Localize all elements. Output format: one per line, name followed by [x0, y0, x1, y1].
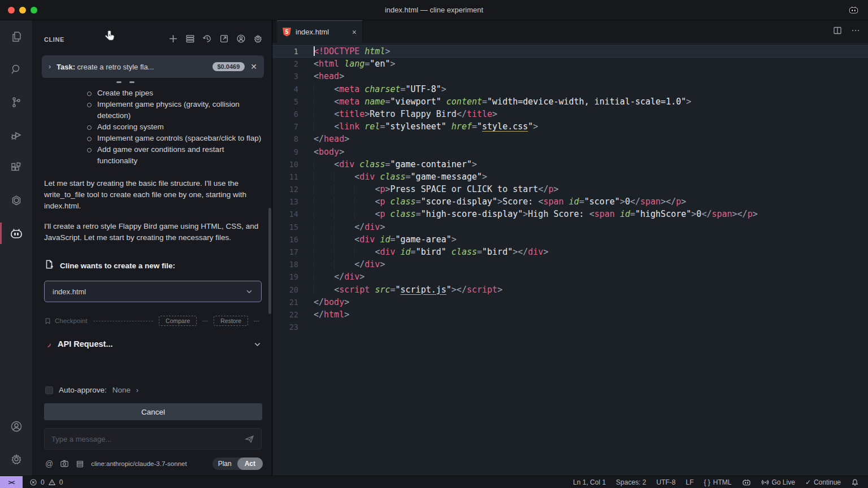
message-paragraph: I'll create a retro style Flappy Bird ga… — [44, 221, 262, 243]
split-editor-icon[interactable] — [833, 26, 842, 37]
code-line[interactable]: 15 </div> — [272, 221, 868, 233]
mention-at-icon[interactable]: @ — [45, 459, 53, 468]
broadcast-icon — [761, 478, 769, 486]
todo-item: Implement game physics (gravity, collisi… — [87, 99, 262, 121]
code-line[interactable]: 8</head> — [272, 133, 868, 145]
new-file-icon — [44, 259, 54, 272]
close-tab-icon[interactable]: × — [352, 28, 357, 37]
code-line[interactable]: 19 </div> — [272, 271, 868, 283]
explorer-icon[interactable] — [0, 20, 33, 53]
history-icon[interactable] — [202, 34, 212, 46]
copilot-status-icon[interactable] — [742, 478, 751, 487]
api-provider-icon[interactable] — [76, 460, 84, 468]
more-actions-icon[interactable] — [851, 26, 860, 37]
eol-status[interactable]: LF — [685, 478, 693, 486]
auto-approve-label: Auto-approve: — [59, 386, 107, 394]
open-in-editor-icon[interactable] — [219, 34, 229, 46]
go-live-status[interactable]: Go Live — [761, 478, 795, 486]
code-line[interactable]: 1<!DOCTYPE html> — [272, 45, 868, 58]
code-line[interactable]: 18 </div> — [272, 258, 868, 271]
api-request-row[interactable]: API Request... — [44, 339, 262, 348]
file-path-dropdown[interactable]: index.html — [44, 281, 262, 302]
todo-item: Add scoring system — [87, 121, 262, 133]
code-line[interactable]: 11 <div class="game-message"> — [272, 171, 868, 183]
search-icon[interactable] — [0, 53, 33, 86]
language-mode-status[interactable]: { }HTML — [704, 478, 732, 486]
encoding-status[interactable]: UTF-8 — [656, 478, 675, 486]
sidebar-footer: @ cline:anthropic/claude-3.7-sonnet Plan… — [45, 457, 263, 470]
message-input[interactable]: Type a message... — [44, 428, 262, 450]
code-line[interactable]: 13 <p class="score-display">Score: <span… — [272, 195, 868, 208]
code-line[interactable]: 10 <div class="game-container"> — [272, 158, 868, 171]
text-cursor — [314, 46, 315, 56]
auto-approve-row[interactable]: Auto-approve: None › — [45, 386, 262, 394]
restore-button[interactable]: Restore — [214, 316, 248, 326]
send-icon[interactable] — [245, 434, 254, 444]
chevron-right-icon: › — [136, 386, 138, 394]
code-line[interactable]: 2<html lang="en"> — [272, 58, 868, 70]
task-label: Task: — [57, 63, 75, 71]
code-line[interactable]: 22</html> — [272, 308, 868, 321]
remote-indicator[interactable]: >< — [0, 476, 23, 488]
chevron-right-icon[interactable]: › — [49, 63, 51, 71]
accounts-icon[interactable] — [0, 410, 33, 443]
tab-index-html[interactable]: 5 index.html × — [277, 20, 363, 43]
close-task-icon[interactable]: ✕ — [250, 62, 257, 71]
act-mode-button[interactable]: Act — [237, 457, 263, 470]
cancel-button[interactable]: Cancel — [44, 403, 262, 420]
check-icon: ✓ — [805, 478, 811, 486]
indentation-status[interactable]: Spaces: 2 — [616, 478, 646, 486]
mcp-servers-icon[interactable] — [185, 34, 195, 46]
mcp-hexagon-icon[interactable] — [0, 184, 33, 217]
error-count: 0 — [41, 478, 45, 486]
compare-button[interactable]: Compare — [159, 316, 197, 326]
account-icon[interactable] — [236, 34, 246, 46]
code-line[interactable]: 9<body> — [272, 146, 868, 158]
model-label[interactable]: cline:anthropic/claude-3.7-sonnet — [91, 460, 205, 467]
task-title: Task: create a retro style fla... — [57, 63, 207, 71]
code-line[interactable]: 20 <script src="script.js"></script> — [272, 284, 868, 296]
file-path-value: index.html — [53, 287, 86, 296]
problems-status[interactable]: 0 0 — [29, 478, 63, 486]
code-line[interactable]: 21</body> — [272, 296, 868, 308]
cline-header: CLINE — [33, 20, 272, 53]
todo-list: Create the pipesImplement game physics (… — [87, 88, 272, 167]
code-area[interactable]: 1<!DOCTYPE html>2<html lang="en">3<head>… — [272, 43, 868, 476]
extensions-icon[interactable] — [0, 151, 33, 184]
code-line[interactable]: 14 <p class="high-score-display">High Sc… — [272, 208, 868, 220]
sidebar-scrollbar[interactable] — [268, 208, 271, 314]
chevron-down-icon — [253, 340, 262, 348]
auto-approve-checkbox[interactable] — [45, 386, 53, 394]
cline-robot-icon[interactable] — [0, 217, 33, 250]
panel-title: CLINE — [44, 36, 64, 43]
code-line[interactable]: 12 <p>Press SPACE or CLICK to start</p> — [272, 183, 868, 195]
code-line[interactable]: 4 <meta charset="UTF-8"> — [272, 83, 868, 95]
clipped-text-fragment — [116, 81, 272, 84]
run-debug-icon[interactable] — [0, 119, 33, 151]
notifications-bell-icon[interactable] — [851, 478, 859, 486]
cursor-position-status[interactable]: Ln 1, Col 1 — [573, 478, 606, 486]
source-control-icon[interactable] — [0, 86, 33, 119]
bookmark-icon — [44, 317, 51, 325]
screenshot-camera-icon[interactable] — [60, 459, 69, 468]
title-bar: index.html — cline experiment — [0, 0, 868, 20]
settings-gear-icon[interactable] — [253, 34, 263, 46]
code-line[interactable]: 17 <div id="bird" class="bird"></div> — [272, 246, 868, 258]
new-file-heading: Cline wants to create a new file: — [60, 262, 175, 270]
code-line[interactable]: 16 <div id="game-area"> — [272, 233, 868, 246]
checkpoint-row: Checkpoint Compare Restore — [44, 316, 262, 326]
task-header[interactable]: › Task: create a retro style fla... $0.0… — [42, 55, 264, 78]
new-file-row: Cline wants to create a new file: — [44, 259, 262, 272]
code-line[interactable]: 23 — [272, 321, 868, 333]
code-line[interactable]: 7 <link rel="stylesheet" href="style.css… — [272, 120, 868, 133]
code-line[interactable]: 5 <meta name="viewport" content="width=d… — [272, 95, 868, 108]
tab-title: index.html — [296, 28, 348, 36]
code-line[interactable]: 3<head> — [272, 70, 868, 82]
settings-gear-icon[interactable] — [0, 443, 33, 476]
new-task-icon[interactable] — [168, 34, 178, 46]
editor-group: 5 index.html × 1<!DOCTYPE html>2<html la… — [272, 20, 868, 476]
code-line[interactable]: 6 <title>Retro Flappy Bird</title> — [272, 108, 868, 120]
copilot-robot-icon[interactable] — [848, 5, 859, 18]
plan-mode-button[interactable]: Plan — [212, 460, 237, 468]
continue-status[interactable]: ✓Continue — [805, 478, 841, 486]
